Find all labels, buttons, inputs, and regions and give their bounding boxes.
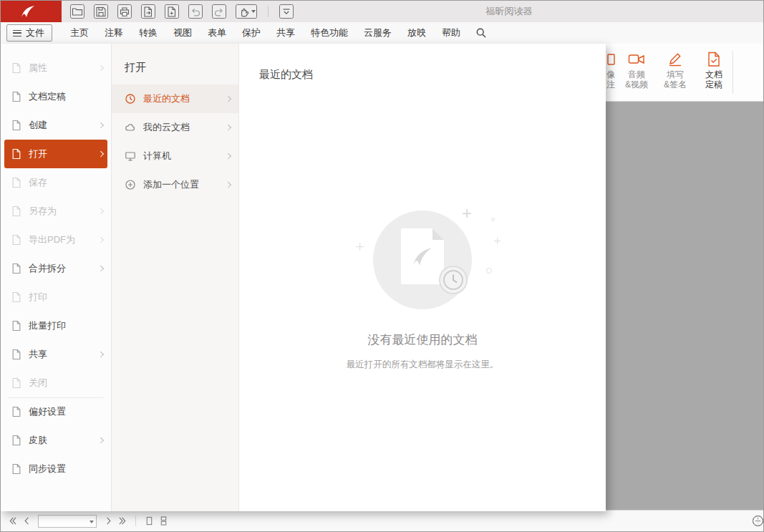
fill-sign-icon [656,49,695,69]
ribbon-item-doc-finalize[interactable]: 文档 定稿 [695,49,733,97]
submenu-arrow-icon [97,437,103,443]
next-page-button[interactable] [101,514,115,528]
clock-icon [125,93,136,105]
menu-tab[interactable]: 帮助 [434,22,468,44]
open-item-computer[interactable]: 计算机 [112,142,238,170]
page-number-combo [38,515,97,528]
file-menu-overlay: 属性 文档定稿 创建 [1,44,606,511]
ribbon-tabs: 主页注释转换视图表单保护共享特色功能云服务放映帮助 [62,22,468,44]
open-item-recent-documents[interactable]: 最近的文档 [112,84,238,113]
file-menu-item[interactable]: 合并拆分 [1,254,111,283]
decor-plus-icon [463,209,471,218]
decor-plus-icon [356,243,364,251]
decor-ring-icon [486,268,492,274]
save-icon[interactable] [94,4,108,19]
sync-icon [11,463,22,475]
file-menu-item[interactable]: 皮肤 [1,426,111,455]
file-menu-item[interactable]: 打开 [4,140,107,168]
close-icon [11,377,22,389]
menu-tab[interactable]: 主页 [62,22,97,44]
file-menu-item[interactable]: 同步设置 [1,455,111,483]
ribbon-separator [732,51,733,94]
menu-tab[interactable]: 表单 [200,22,234,44]
folder-open-icon[interactable] [70,4,84,19]
status-bar [1,510,763,531]
doc-finalize-icon [695,49,733,69]
submenu-arrow-icon [97,208,103,214]
zoom-in-button[interactable] [753,516,763,526]
submenu-arrow-icon [97,65,103,71]
open-submenu-panel: 打开 最近的文档 我的云文档 计算机 [112,44,239,511]
last-page-button[interactable] [115,514,130,528]
share-icon [11,349,22,360]
open-item-cloud-documents[interactable]: 我的云文档 [112,113,238,142]
submenu-arrow-icon [97,266,103,271]
print-icon[interactable] [117,4,132,19]
page-number-input[interactable] [39,516,84,526]
file-menu-item[interactable]: 打印 [1,283,111,311]
file-menu-item[interactable]: 另存为 [1,197,111,226]
merge-split-icon [11,263,22,274]
menu-tab[interactable]: 转换 [131,22,165,44]
file-menu-item[interactable]: 创建 [1,111,111,140]
redo-icon[interactable] [212,4,226,19]
file-menu-item[interactable]: 文档定稿 [1,82,111,111]
recent-panel-title: 最近的文档 [239,44,606,82]
ribbon-item-fill-sign[interactable]: 填写 &签名 [656,49,695,97]
file-menu-item[interactable]: 保存 [1,168,111,197]
batch-print-icon [11,320,22,332]
menu-tab[interactable]: 注释 [97,22,131,44]
empty-state-clock-icon [439,266,468,294]
customize-toolbar-icon[interactable] [279,4,294,19]
single-page-view-icon[interactable] [142,514,156,528]
menu-tab[interactable]: 放映 [400,22,434,44]
hand-tool-icon[interactable] [236,4,257,19]
statusbar-separator [135,516,136,526]
menu-tab[interactable]: 共享 [269,22,303,44]
file-menu-item[interactable]: 偏好设置 [1,397,111,426]
first-page-button[interactable] [5,514,19,528]
file-button-label: 文件 [26,26,44,39]
menu-tab[interactable]: 视图 [165,22,200,44]
file-menu-button[interactable]: 文件 [6,24,52,42]
submenu-arrow-icon [225,182,231,188]
open-item-add-place[interactable]: 添加一个位置 [112,170,238,199]
combo-caret-icon[interactable] [90,521,94,523]
window-title: 福昕阅读器 [430,1,588,22]
submenu-arrow-icon [225,125,231,130]
foxit-logo[interactable] [1,1,62,22]
undo-icon[interactable] [188,4,203,19]
hand-tool-caret-icon [251,10,256,13]
audio-video-icon [617,49,656,69]
open-panel-title: 打开 [112,44,238,84]
submenu-arrow-icon [97,352,103,357]
ribbon-item-audio-video[interactable]: 音频 &视频 [617,49,656,97]
menu-tab[interactable]: 云服务 [356,22,400,44]
file-menu-item[interactable]: 导出PDF为 [1,226,111,254]
export-doc-icon[interactable] [141,4,155,19]
empty-state-subtitle: 最近打开的所有文档都将显示在这里。 [239,359,606,371]
app-window: 福昕阅读器 文件 主页注释转换视图表单保护共享特色功能云服务放映帮助 像 注 音… [0,0,764,532]
submenu-arrow-icon [97,151,103,157]
continuous-view-icon[interactable] [156,514,170,528]
print-icon [11,291,22,303]
preferences-icon [11,406,22,417]
prev-page-button[interactable] [19,514,34,528]
quick-access-toolbar [70,1,294,22]
save-as-icon [11,205,22,217]
menu-tab[interactable]: 特色功能 [303,22,356,44]
new-doc-icon[interactable] [165,4,179,19]
file-menu-item[interactable]: 关闭 [1,369,111,397]
submenu-arrow-icon [97,122,103,128]
decor-plus-icon [494,238,501,244]
file-menu-panel: 属性 文档定稿 创建 [1,44,112,511]
file-menu-item[interactable]: 属性 [1,54,111,82]
submenu-arrow-icon [225,153,231,159]
search-icon[interactable] [473,24,490,42]
file-menu-item[interactable]: 共享 [1,340,111,369]
file-menu-item[interactable]: 批量打印 [1,311,111,340]
add-place-icon [125,179,136,190]
menu-tab[interactable]: 保护 [234,22,269,44]
submenu-arrow-icon [225,96,231,102]
skin-icon [11,435,22,446]
